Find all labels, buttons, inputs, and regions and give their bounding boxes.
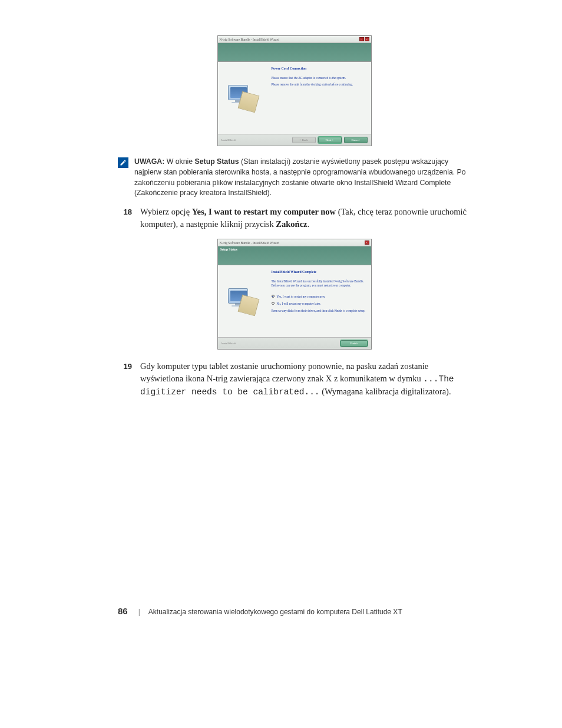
dialog-heading: Power Cord Connection bbox=[272, 67, 368, 70]
note-label: UWAGA: bbox=[134, 157, 164, 166]
back-button[interactable]: < Back bbox=[292, 137, 316, 143]
step-number: 18 bbox=[118, 207, 132, 230]
note-block: UWAGA: W oknie Setup Status (Stan instal… bbox=[118, 157, 471, 199]
dialog-titlebar: N-trig Software Bundle - InstallShield W… bbox=[218, 36, 371, 43]
radio-restart-no[interactable]: No, I will restart my computer later. bbox=[272, 302, 368, 305]
radio-icon bbox=[272, 295, 275, 298]
installshield-label: InstallShield bbox=[222, 342, 236, 345]
dialog-heading: InstallShield Wizard Complete bbox=[272, 270, 368, 274]
minimize-icon[interactable]: – bbox=[359, 37, 364, 41]
dialog-title: N-trig Software Bundle - InstallShield W… bbox=[220, 241, 280, 245]
dialog-banner: Setup Status bbox=[218, 246, 371, 265]
step-number: 19 bbox=[118, 361, 132, 398]
page-number: 86 bbox=[118, 606, 128, 616]
note-icon bbox=[118, 157, 128, 168]
dialog-text-line: The InstallShield Wizard has successfull… bbox=[272, 279, 368, 288]
step-19: 19 Gdy komputer typu tablet zostanie uru… bbox=[118, 360, 471, 398]
dialog-text-line: Please remove the unit from the docking … bbox=[272, 83, 368, 87]
finish-button[interactable]: Finish bbox=[340, 340, 368, 347]
dialog-banner bbox=[218, 43, 371, 62]
next-button[interactable]: Next > bbox=[318, 137, 342, 143]
cancel-button[interactable]: Cancel bbox=[344, 137, 368, 143]
close-icon[interactable]: × bbox=[365, 241, 369, 245]
step-18: 18 Wybierz opcję Yes, I want to restart … bbox=[118, 206, 471, 230]
dialog-text-line: Please ensure that the AC adapter is con… bbox=[272, 76, 368, 80]
page-footer: 86 | Aktualizacja sterowania wielodotyko… bbox=[118, 606, 471, 616]
dialog-text-line: Remove any disks from their drives, and … bbox=[272, 309, 368, 313]
footer-text: Aktualizacja sterowania wielodotykowego … bbox=[148, 608, 402, 616]
computer-icon bbox=[228, 85, 257, 111]
installshield-label: InstallShield bbox=[222, 139, 236, 141]
radio-icon bbox=[272, 302, 275, 305]
install-wizard-dialog-1: N-trig Software Bundle - InstallShield W… bbox=[217, 35, 372, 146]
close-icon[interactable]: × bbox=[365, 37, 369, 41]
dialog-title: N-trig Software Bundle - InstallShield W… bbox=[220, 38, 280, 41]
radio-restart-yes[interactable]: Yes, I want to restart my computer now. bbox=[272, 295, 368, 298]
computer-icon bbox=[228, 288, 257, 314]
install-wizard-dialog-2: N-trig Software Bundle - InstallShield W… bbox=[217, 239, 372, 350]
dialog-titlebar: N-trig Software Bundle - InstallShield W… bbox=[218, 239, 371, 246]
